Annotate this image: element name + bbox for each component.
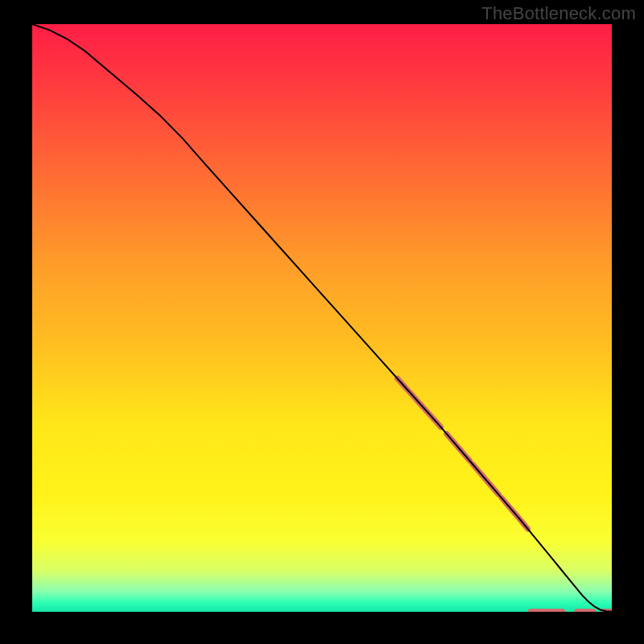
chart-svg: [32, 24, 612, 612]
chart-stage: TheBottleneck.com: [0, 0, 644, 644]
plot-area: [32, 24, 612, 612]
watermark-text: TheBottleneck.com: [481, 3, 636, 24]
